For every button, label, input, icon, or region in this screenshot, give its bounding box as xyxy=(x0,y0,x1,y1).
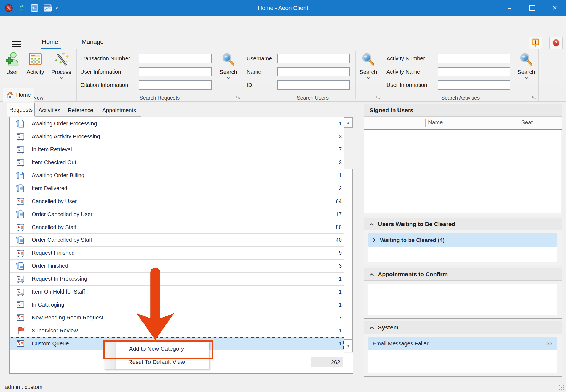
queue-row[interactable]: Awaiting Order Billing 1 xyxy=(10,169,344,182)
queue-row[interactable]: Request In Processing 1 xyxy=(10,273,344,286)
citation-information-label: Citation Information xyxy=(80,82,139,88)
activity-user-information-input[interactable] xyxy=(438,80,510,90)
queue-row[interactable]: Item On Hold for Staff 1 xyxy=(10,286,344,299)
queue-row[interactable]: Cancelled by Staff 86 xyxy=(10,221,344,234)
search-icon xyxy=(519,53,533,67)
email-messages-failed-row[interactable]: Email Messages Failed 55 xyxy=(368,337,557,350)
dialog-launcher-icon[interactable] xyxy=(236,95,241,100)
status-bar: admin : custom xyxy=(0,382,566,392)
queue-row[interactable]: Awaiting Activity Processing 3 xyxy=(10,130,344,143)
queue-row[interactable]: Order Cancelled by Staff 40 xyxy=(10,234,344,247)
list-scrollbar[interactable]: ▲ ▼ xyxy=(344,117,353,353)
order-queue-icon xyxy=(16,184,25,193)
scroll-down-button[interactable]: ▼ xyxy=(344,339,353,352)
chevron-down-icon xyxy=(59,77,63,79)
resize-grip-icon[interactable] xyxy=(559,385,564,390)
queues-total: 262 xyxy=(311,357,343,367)
search-activities-button[interactable]: Search xyxy=(514,51,538,99)
username-input[interactable] xyxy=(277,54,350,63)
name-input[interactable] xyxy=(277,67,350,76)
ribbon: Home Manage User Activity Process New xyxy=(0,16,566,86)
request-queue-icon xyxy=(16,274,25,284)
ribbon-group-search-users: Username Name ID Search Search Users xyxy=(243,49,383,101)
system-header[interactable]: System xyxy=(364,321,562,334)
group-label-search-requests: Search Requests xyxy=(76,95,243,101)
tab-requests[interactable]: Requests xyxy=(7,103,35,116)
name-label: Name xyxy=(247,69,277,75)
queue-row[interactable]: In Item Retrieval 7 xyxy=(10,143,344,156)
queue-row[interactable]: Item Delivered 2 xyxy=(10,182,344,195)
queue-row[interactable]: Request Finished 9 xyxy=(10,247,344,260)
new-user-icon xyxy=(4,51,20,67)
minimize-button[interactable]: – xyxy=(498,0,521,16)
queue-row[interactable]: Supervisor Review 1 xyxy=(10,324,344,337)
signed-in-users-panel: Signed In Users Name Seat xyxy=(364,104,562,216)
appointments-header[interactable]: Appointments to Confirm xyxy=(364,268,562,281)
waiting-to-be-cleared-group[interactable]: Waiting to be Cleared (4) xyxy=(368,233,557,247)
queue-row[interactable]: Order Finished 3 xyxy=(10,260,344,273)
signed-in-users-header: Signed In Users xyxy=(364,104,562,117)
tab-appointments[interactable]: Appointments xyxy=(97,104,141,117)
order-queue-icon xyxy=(16,210,25,219)
users-waiting-panel: Users Waiting to Be Cleared Waiting to b… xyxy=(364,218,562,265)
request-queue-icon xyxy=(16,222,25,232)
scroll-up-button[interactable]: ▲ xyxy=(344,117,353,128)
chevron-down-icon xyxy=(226,77,230,79)
users-waiting-header[interactable]: Users Waiting to Be Cleared xyxy=(364,218,562,230)
tab-reference[interactable]: Reference xyxy=(64,104,97,117)
transaction-number-input[interactable] xyxy=(139,54,212,63)
order-queue-icon xyxy=(16,261,25,271)
process-wand-icon xyxy=(54,51,69,67)
close-button[interactable]: ✕ xyxy=(543,0,566,16)
help-button[interactable] xyxy=(549,37,563,49)
queue-row[interactable]: New Reading Room Request 7 xyxy=(10,311,344,324)
chevron-down-icon xyxy=(524,77,528,79)
activity-calendar-icon xyxy=(28,51,43,67)
queue-row[interactable]: Item Checked Out 3 xyxy=(10,156,344,169)
activity-number-input[interactable] xyxy=(438,54,510,63)
column-name[interactable]: Name xyxy=(428,119,443,126)
maximize-button[interactable] xyxy=(521,0,543,16)
system-body: Email Messages Failed 55 xyxy=(368,337,557,373)
order-queue-icon xyxy=(16,119,25,128)
new-process-button[interactable]: Process xyxy=(49,51,74,79)
queue-row[interactable]: Cancelled by User 64 xyxy=(10,195,344,208)
search-users-button[interactable]: Search xyxy=(355,51,381,99)
activity-name-label: Activity Name xyxy=(386,69,438,75)
chevron-up-icon xyxy=(370,273,374,276)
search-requests-button[interactable]: Search xyxy=(215,51,241,99)
queue-row[interactable]: Order Cancelled by User 17 xyxy=(10,208,344,221)
menu-hamburger-icon[interactable] xyxy=(12,41,21,47)
group-label-search-activities: Search Activities xyxy=(383,95,538,101)
feedback-icon xyxy=(531,38,540,47)
request-queue-icon xyxy=(16,248,25,258)
scrollbar-thumb[interactable] xyxy=(344,169,353,339)
dialog-launcher-icon[interactable] xyxy=(376,95,380,100)
flag-queue-icon xyxy=(16,326,25,335)
column-seat[interactable]: Seat xyxy=(521,119,533,126)
ribbon-tab-manage[interactable]: Manage xyxy=(82,38,104,45)
dialog-launcher-icon[interactable] xyxy=(532,95,536,100)
ribbon-group-search-activities: Activity Number Activity Name User Infor… xyxy=(383,49,539,101)
tab-activities[interactable]: Activities xyxy=(35,104,64,117)
id-input[interactable] xyxy=(277,80,350,90)
user-information-input[interactable] xyxy=(139,67,212,76)
username-label: Username xyxy=(247,55,277,62)
titlebar: ∨ Home - Aeon Client – ✕ xyxy=(0,0,566,16)
new-activity-button[interactable]: Activity xyxy=(24,51,47,75)
menu-item-add-to-new-category[interactable]: Add to New Category xyxy=(104,342,209,355)
scroll-down-icon: ▼ xyxy=(347,344,350,348)
activity-name-input[interactable] xyxy=(438,67,510,76)
feedback-button[interactable] xyxy=(529,37,542,49)
queue-row[interactable]: Awaiting Order Processing 1 xyxy=(10,117,344,130)
citation-information-input[interactable] xyxy=(139,80,212,90)
menu-item-reset-to-default-view[interactable]: Reset To Default View xyxy=(104,355,209,369)
queue-row[interactable]: In Cataloging 1 xyxy=(10,298,344,311)
request-queue-icon xyxy=(16,197,25,206)
search-icon xyxy=(221,53,235,67)
ribbon-tab-home[interactable]: Home xyxy=(42,38,58,45)
document-tab-home[interactable]: Home xyxy=(3,88,34,102)
new-user-button[interactable]: User xyxy=(2,51,22,75)
scroll-up-icon: ▲ xyxy=(347,121,350,125)
email-messages-failed-count: 55 xyxy=(546,340,552,347)
